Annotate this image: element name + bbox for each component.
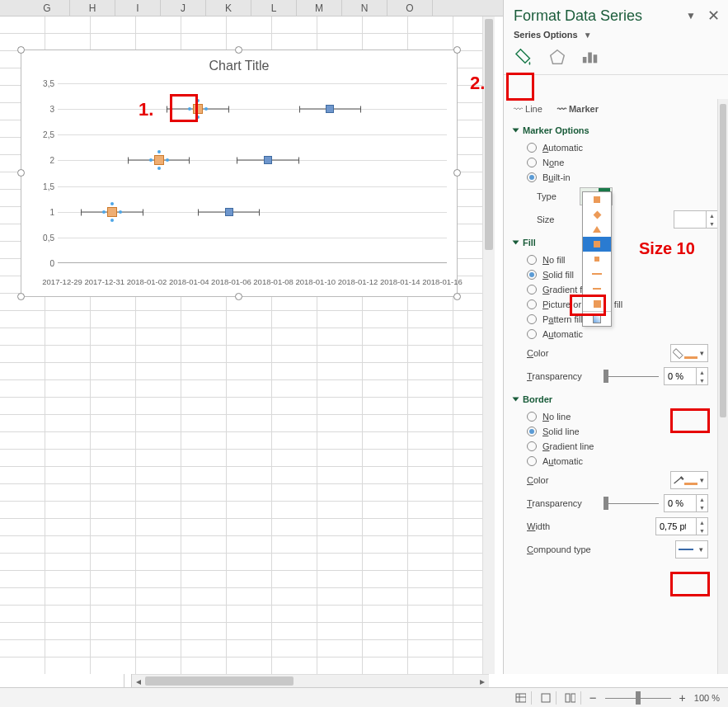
- border-width-input[interactable]: ▲▼: [655, 517, 708, 535]
- fill-color-label: Color: [527, 348, 670, 358]
- border-width-label: Width: [527, 521, 655, 531]
- marker-size-input[interactable]: ▲▼: [674, 210, 718, 229]
- plot-area[interactable]: 3,5 3 2,5 2 1,5 1 0,5 0 2017-12-292017-1…: [58, 83, 447, 263]
- line-subtab[interactable]: 〰 Line: [514, 104, 542, 114]
- annotation-1-box: [170, 94, 198, 122]
- fill-automatic-radio[interactable]: Automatic: [514, 327, 718, 342]
- fill-picture-radio[interactable]: Picture or texture fill: [514, 297, 718, 312]
- fill-solid-radio[interactable]: Solid fill: [514, 267, 718, 282]
- svg-rect-2: [588, 53, 592, 64]
- annotation-2-box: [506, 73, 534, 101]
- border-section[interactable]: Border: [514, 394, 718, 404]
- svg-rect-8: [566, 694, 570, 702]
- zoom-out-button[interactable]: −: [589, 691, 597, 705]
- page-layout-view-button[interactable]: [540, 691, 557, 705]
- pane-close-button[interactable]: ✕: [707, 7, 720, 25]
- status-bar: − + 100 %: [0, 687, 728, 707]
- data-point-s2-p2[interactable]: [264, 156, 272, 164]
- col-j[interactable]: J: [161, 0, 206, 16]
- border-gradient-radio[interactable]: Gradient line: [514, 439, 718, 454]
- pane-title: Format Data Series: [514, 7, 681, 25]
- chart-title[interactable]: Chart Title: [21, 50, 457, 77]
- marker-type-label: Type: [537, 191, 573, 201]
- normal-view-button[interactable]: [515, 691, 532, 705]
- border-color-label: Color: [527, 475, 670, 485]
- svg-rect-3: [594, 54, 598, 63]
- zoom-slider[interactable]: [605, 691, 671, 705]
- col-i[interactable]: I: [115, 0, 161, 16]
- series-options-label[interactable]: Series Options: [514, 30, 578, 40]
- page-break-view-button[interactable]: [565, 691, 581, 705]
- fill-transparency-label: Transparency: [527, 371, 606, 381]
- marker-size-label: Size: [537, 214, 573, 224]
- marker-none-radio[interactable]: None: [514, 155, 718, 170]
- col-k[interactable]: K: [206, 0, 251, 16]
- svg-rect-4: [516, 694, 526, 702]
- fill-transparency-slider[interactable]: [606, 370, 659, 383]
- annotation-1: 1.: [139, 99, 153, 120]
- data-point-s1-p2[interactable]: [154, 155, 164, 165]
- marker-subtab[interactable]: 〰 Marker: [557, 104, 599, 114]
- annotation-fillcolor-box: [670, 408, 710, 433]
- zoom-in-button[interactable]: +: [679, 691, 686, 705]
- border-automatic-radio[interactable]: Automatic: [514, 454, 718, 469]
- border-transparency-slider[interactable]: [606, 497, 659, 510]
- annotation-size10: Size 10: [639, 239, 695, 258]
- tab-split-handle[interactable]: [124, 674, 132, 687]
- zoom-level[interactable]: 100 %: [694, 693, 720, 703]
- series-options-tab[interactable]: [580, 46, 601, 68]
- annotation-2: 2.: [470, 73, 485, 94]
- compound-type-button[interactable]: ▾: [675, 540, 708, 559]
- svg-rect-1: [583, 57, 587, 63]
- border-transparency-label: Transparency: [527, 498, 606, 508]
- effects-tab[interactable]: [547, 46, 568, 68]
- fill-pattern-radio[interactable]: Pattern fill: [514, 312, 718, 327]
- annotation-typelist-box: [570, 295, 606, 316]
- sheet-vertical-scrollbar[interactable]: [482, 16, 495, 674]
- annotation-bordercolor-box: [670, 572, 710, 596]
- col-g[interactable]: G: [25, 0, 70, 16]
- sheet-horizontal-scrollbar[interactable]: ◂▸: [132, 674, 489, 687]
- data-point-s1-p1[interactable]: [107, 207, 117, 217]
- col-n[interactable]: N: [342, 0, 387, 16]
- fill-transparency-input[interactable]: ▲▼: [664, 367, 708, 385]
- marker-automatic-radio[interactable]: Automatic: [514, 140, 718, 155]
- data-point-s2-p3[interactable]: [326, 105, 334, 113]
- marker-options-section[interactable]: Marker Options: [514, 125, 718, 135]
- chevron-down-icon[interactable]: ▼: [584, 31, 592, 40]
- fill-color-button[interactable]: ▾: [670, 344, 708, 362]
- svg-marker-0: [551, 50, 565, 64]
- pane-menu-icon[interactable]: ▼: [686, 10, 696, 21]
- fill-and-line-tab[interactable]: [514, 46, 535, 68]
- col-m[interactable]: M: [297, 0, 342, 16]
- border-transparency-input[interactable]: ▲▼: [664, 494, 708, 512]
- svg-rect-9: [571, 694, 575, 702]
- worksheet[interactable]: Chart Title 3,5 3 2,5 2 1,5 1: [0, 16, 495, 674]
- col-o[interactable]: O: [387, 0, 433, 16]
- marker-builtin-radio[interactable]: Built-in: [514, 170, 718, 185]
- compound-type-label: Compound type: [527, 544, 675, 554]
- x-axis-labels: 2017-12-292017-12-31 2018-01-022018-01-0…: [41, 277, 463, 286]
- col-l[interactable]: L: [251, 0, 297, 16]
- border-color-button[interactable]: ▾: [670, 471, 708, 489]
- col-h[interactable]: H: [70, 0, 115, 16]
- embedded-chart[interactable]: Chart Title 3,5 3 2,5 2 1,5 1: [21, 49, 458, 297]
- pane-vertical-scrollbar[interactable]: [717, 99, 728, 674]
- fill-gradient-radio[interactable]: Gradient fill: [514, 282, 718, 297]
- data-point-s2-p1[interactable]: [225, 208, 233, 216]
- svg-rect-7: [542, 694, 550, 702]
